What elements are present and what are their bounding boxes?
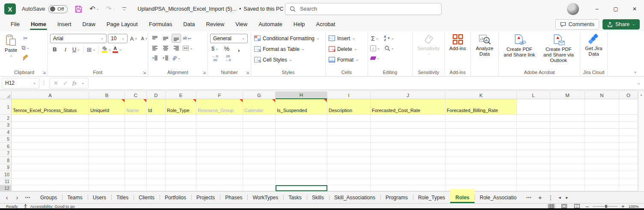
zoom-level[interactable]: 100% bbox=[629, 204, 639, 209]
cell-G11[interactable] bbox=[243, 178, 276, 186]
cell-L1[interactable] bbox=[517, 99, 550, 115]
cell-styles-button[interactable]: Cell Styles⌄ bbox=[253, 54, 293, 65]
cell-L12[interactable] bbox=[517, 185, 550, 191]
align-center-button[interactable] bbox=[161, 44, 170, 53]
cell-C5[interactable] bbox=[125, 136, 147, 143]
cell-N12[interactable] bbox=[585, 185, 619, 191]
row-header-10[interactable]: 10 bbox=[0, 171, 12, 178]
ribbon-tab-file[interactable]: File bbox=[5, 18, 25, 31]
cell-H5[interactable] bbox=[276, 136, 327, 143]
italic-button[interactable]: I bbox=[61, 45, 70, 54]
cell-J6[interactable] bbox=[371, 143, 445, 150]
ribbon-tab-formulas[interactable]: Formulas bbox=[143, 18, 178, 31]
cell-I6[interactable] bbox=[327, 143, 371, 150]
column-header-N[interactable]: N bbox=[585, 92, 619, 99]
document-title[interactable]: UplandPSA_Microsoft_Excel_Import (5)... … bbox=[138, 6, 289, 12]
sheet-tab-projects[interactable]: Projects bbox=[191, 192, 220, 203]
cell-E5[interactable] bbox=[166, 136, 196, 143]
row-header-2[interactable]: 2 bbox=[0, 115, 12, 122]
cell-K2[interactable] bbox=[445, 115, 517, 122]
column-header-M[interactable]: M bbox=[550, 92, 585, 99]
cell-F12[interactable] bbox=[196, 185, 243, 191]
cell-E10[interactable] bbox=[166, 171, 196, 178]
cell-O8[interactable] bbox=[619, 157, 638, 164]
cell-B5[interactable] bbox=[89, 136, 125, 143]
ribbon-tab-insert[interactable]: Insert bbox=[52, 18, 77, 31]
tab-scroll-left-button[interactable]: ◂ bbox=[556, 195, 563, 200]
comments-button[interactable]: Comments bbox=[555, 19, 599, 30]
cell-M6[interactable] bbox=[550, 143, 585, 150]
conditional-formatting-button[interactable]: Conditional Formatting⌄ bbox=[253, 33, 320, 44]
cell-M12[interactable] bbox=[550, 185, 585, 191]
sort-filter-button[interactable]: AZ ▼ ⌄ bbox=[384, 34, 394, 43]
ribbon-tab-acrobat[interactable]: Acrobat bbox=[311, 18, 341, 31]
cell-C12[interactable] bbox=[125, 185, 147, 191]
wrap-text-button[interactable]: ab ↩ bbox=[182, 34, 192, 43]
cell-H11[interactable] bbox=[276, 178, 327, 186]
cell-D9[interactable] bbox=[147, 164, 166, 172]
sheet-tab-portfolios[interactable]: Portfolios bbox=[160, 192, 191, 203]
cell-M10[interactable] bbox=[550, 171, 585, 178]
cell-B12[interactable] bbox=[89, 185, 125, 191]
sensitivity-button[interactable]: Sensitivity ⌄ bbox=[416, 33, 442, 56]
cell-N10[interactable] bbox=[585, 171, 619, 178]
increase-font-size-button[interactable]: A˄ bbox=[129, 34, 138, 43]
cell-E6[interactable] bbox=[166, 143, 196, 150]
cell-B4[interactable] bbox=[89, 129, 125, 136]
sheet-tab-worktypes[interactable]: WorkTypes bbox=[247, 192, 283, 203]
normal-view-button[interactable] bbox=[547, 204, 556, 208]
cell-M3[interactable] bbox=[550, 122, 585, 129]
cell-C7[interactable] bbox=[125, 150, 147, 157]
sheet-tab-skills[interactable]: Skills bbox=[307, 192, 329, 203]
cell-G1[interactable]: Calendar bbox=[243, 99, 276, 115]
cell-J5[interactable] bbox=[371, 136, 445, 143]
comma-style-button[interactable]: , bbox=[234, 44, 243, 53]
cell-I4[interactable] bbox=[327, 129, 371, 136]
row-header-11[interactable]: 11 bbox=[0, 178, 12, 186]
cell-C10[interactable] bbox=[125, 171, 147, 178]
cell-J2[interactable] bbox=[371, 115, 445, 122]
column-header-L[interactable]: L bbox=[517, 92, 550, 99]
cell-M4[interactable] bbox=[550, 129, 585, 136]
cell-K11[interactable] bbox=[445, 178, 517, 186]
row-header-3[interactable]: 3 bbox=[0, 122, 12, 129]
cell-D7[interactable] bbox=[147, 150, 166, 157]
find-select-button[interactable]: ⌄ bbox=[384, 44, 394, 53]
column-header-D[interactable]: D bbox=[147, 92, 166, 99]
cell-D6[interactable] bbox=[147, 143, 166, 150]
sheet-menu-button[interactable]: ⋮ bbox=[546, 194, 556, 201]
cell-H4[interactable] bbox=[276, 129, 327, 136]
cell-N7[interactable] bbox=[585, 150, 619, 157]
cell-J1[interactable]: Forecasted_Cost_Rate bbox=[371, 99, 445, 115]
cell-L2[interactable] bbox=[517, 115, 550, 122]
cell-M1[interactable] bbox=[550, 99, 585, 115]
cell-D3[interactable] bbox=[147, 122, 166, 129]
cell-E3[interactable] bbox=[166, 122, 196, 129]
cell-K1[interactable]: Forecasted_Billing_Rate bbox=[445, 99, 517, 115]
cell-G3[interactable] bbox=[243, 122, 276, 129]
sheet-tab-tasks[interactable]: Tasks bbox=[283, 192, 307, 203]
cell-G4[interactable] bbox=[243, 129, 276, 136]
cell-E8[interactable] bbox=[166, 157, 196, 164]
align-left-button[interactable] bbox=[150, 44, 160, 53]
sheet-tab-titles[interactable]: Titles bbox=[111, 192, 134, 203]
cell-H9[interactable] bbox=[276, 164, 327, 172]
cell-N1[interactable] bbox=[585, 99, 619, 115]
cell-C11[interactable] bbox=[125, 178, 147, 186]
cell-C2[interactable] bbox=[125, 115, 147, 122]
cell-A10[interactable] bbox=[12, 171, 89, 178]
previous-sheet-button[interactable]: ‹ bbox=[2, 194, 12, 201]
column-header-J[interactable]: J bbox=[371, 92, 445, 99]
cell-M2[interactable] bbox=[550, 115, 585, 122]
increase-decimal-button[interactable]: ←.0.00 bbox=[210, 54, 220, 63]
decrease-font-size-button[interactable]: A˅ bbox=[139, 34, 149, 43]
cell-B7[interactable] bbox=[89, 150, 125, 157]
cell-G8[interactable] bbox=[243, 157, 276, 164]
ribbon-tab-draw[interactable]: Draw bbox=[77, 18, 101, 31]
cell-A6[interactable] bbox=[12, 143, 89, 150]
font-dialog-launcher[interactable]: ⇲ bbox=[142, 71, 146, 75]
cell-I3[interactable] bbox=[327, 122, 371, 129]
increase-indent-button[interactable] bbox=[161, 53, 170, 62]
cell-I10[interactable] bbox=[327, 171, 371, 178]
create-pdf-share-outlook-button[interactable]: Create PDF and Share via Outlook bbox=[540, 33, 578, 64]
